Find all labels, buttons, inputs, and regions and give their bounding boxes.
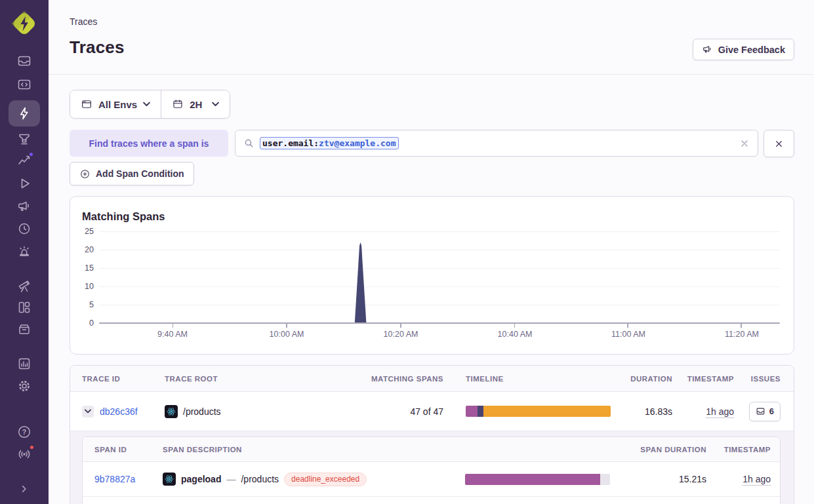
react-icon [165,405,178,418]
funnel-icon[interactable] [16,131,32,147]
environment-filter-label: All Envs [98,99,137,110]
megaphone-icon [702,44,713,55]
header-divider [49,74,814,75]
y-tick-10: 10 [70,281,94,292]
span-search-input[interactable]: user.email: ztv@example.com [235,130,758,157]
environment-filter-button[interactable]: All Envs [70,90,161,118]
code-folder-icon[interactable] [16,77,32,92]
col-matching-spans: MATCHING SPANS [367,375,443,383]
calendar-icon [172,98,184,110]
span-duration: 15.21s [636,474,714,484]
y-tick-15: 15 [70,263,94,273]
telescope-icon[interactable] [16,278,32,294]
chart-title: Matching Spans [82,210,165,223]
react-icon [163,473,176,486]
trace-issues-count: 6 [769,406,774,416]
span-description: /products [241,474,279,484]
span-row: b7a7e441 ex http.server — GET /organizat… [83,496,780,504]
issues-inbox-icon[interactable] [16,53,32,69]
span-timeline-bar [465,474,610,485]
svg-text:?: ? [22,428,26,436]
traces-page: ? Traces Traces Give Feedback All Envs 2… [0,0,814,504]
give-feedback-label: Give Feedback [718,45,785,55]
spans-table-header: SPAN ID SPAN DESCRIPTION SPAN DURATION T… [83,437,780,462]
new-feature-dot-badge [28,151,34,157]
issues-inbox-icon [756,406,765,416]
clear-search-icon[interactable] [739,138,750,149]
x-tick-4: 10:40 AM [489,330,541,339]
trace-id-link[interactable]: db26c36f [100,406,138,417]
col-span-description: SPAN DESCRIPTION [163,446,465,454]
trace-root-cell: /products [165,405,367,418]
find-traces-label: Find traces where a span is [70,130,228,157]
sidebar: ? [0,0,49,504]
y-tick-20: 20 [70,244,94,255]
y-tick-0: 0 [70,318,94,328]
gear-icon[interactable] [16,378,32,394]
span-row: 9b78827a pageload — /products deadline_e… [83,462,780,496]
trace-timeline-bar [466,406,611,417]
trace-duration: 16.83s [611,406,672,417]
remove-condition-button[interactable] [763,130,794,157]
add-span-condition-button[interactable]: Add Span Condition [70,162,194,185]
matching-spans-chart-card: Matching Spans 25 20 15 10 5 0 9:40 AM 1… [70,196,794,355]
col-span-duration: SPAN DURATION [636,446,714,454]
y-tick-25: 25 [70,226,94,237]
x-axis-line [99,322,780,324]
time-range-filter-button[interactable]: 2H [161,90,230,118]
trace-issues-button[interactable]: 6 [749,402,781,421]
search-token[interactable]: user.email: ztv@example.com [260,137,399,149]
sentry-logo-icon[interactable] [10,10,38,37]
help-icon[interactable]: ? [16,424,32,440]
col-timestamp: TIMESTAMP [672,375,734,383]
matching-spans-count: 47 of 47 [367,406,443,417]
chevron-down-icon [85,409,91,414]
x-tick-3: 10:20 AM [375,330,427,339]
span-description-cell: pageload — /products deadline_exceeded [163,473,465,486]
chevron-down-icon [143,102,150,107]
col-issues: ISSUES [734,375,794,383]
megaphone-icon[interactable] [16,199,32,214]
history-clock-icon[interactable] [16,221,32,237]
span-status-badge: deadline_exceeded [284,473,367,486]
broadcast-icon[interactable] [16,446,32,462]
trace-row: db26c36f /products 47 of 47 16.83s 1h ag… [70,392,794,431]
dashboard-blocks-icon[interactable] [16,300,32,315]
collapse-trace-button[interactable] [82,406,94,417]
time-range-label: 2H [190,99,202,110]
window-icon [81,98,92,110]
play-icon[interactable] [16,176,32,191]
trace-root-label: /products [183,406,221,417]
search-token-value: ztv@example.com [319,138,396,148]
breadcrumb[interactable]: Traces [70,16,97,27]
trace-timestamp: 1h ago [706,406,734,418]
col-span-id: SPAN ID [83,446,163,454]
chevron-right-icon[interactable] [18,483,34,499]
x-tick-5: 11:00 AM [602,330,655,339]
chevron-down-icon [212,102,219,107]
col-duration: DURATION [611,375,672,383]
col-trace-id: TRACE ID [70,375,165,383]
siren-icon[interactable] [16,243,32,259]
spans-table: SPAN ID SPAN DESCRIPTION SPAN DURATION T… [82,436,781,504]
span-timestamp: 1h ago [743,474,771,486]
sidebar-item-traces-active[interactable] [9,100,40,126]
col-span-timestamp: TIMESTAMP [714,446,780,454]
add-span-condition-label: Add Span Condition [96,168,184,179]
give-feedback-button[interactable]: Give Feedback [693,39,794,60]
lightning-icon [16,106,32,121]
traces-table: TRACE ID TRACE ROOT MATCHING SPANS TIMEL… [70,365,794,504]
area-series-spike [99,231,780,323]
archive-box-icon[interactable] [16,321,32,337]
span-id-link[interactable]: 9b78827a [94,474,135,484]
stats-icon[interactable] [16,356,32,372]
page-filter-bar: All Envs 2H [70,90,230,119]
expanded-trace-section: SPAN ID SPAN DESCRIPTION SPAN DURATION T… [70,431,794,504]
line-chart-icon[interactable] [16,153,32,168]
close-icon [774,139,784,149]
traces-table-header: TRACE ID TRACE ROOT MATCHING SPANS TIMEL… [70,366,794,392]
notification-dot-badge [29,444,35,450]
col-trace-root: TRACE ROOT [165,375,367,383]
search-token-key: user.email: [262,138,319,148]
y-tick-5: 5 [70,300,94,310]
